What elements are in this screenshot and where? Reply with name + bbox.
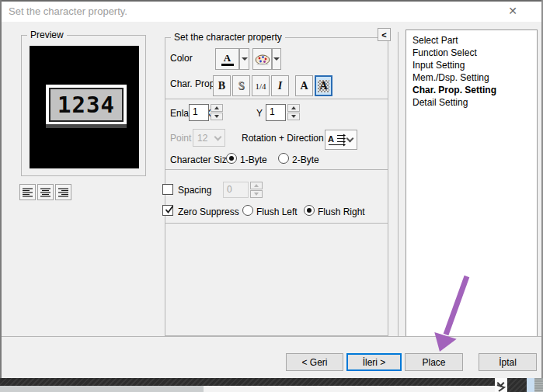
radio-dot [307,208,312,213]
point-label: Point [170,133,191,144]
align-right-button[interactable] [55,184,71,200]
spacing-spinner [250,182,263,198]
character-size-label: Character Size [170,154,231,165]
dropdown-arrow-icon [242,57,248,61]
chevron-left-icon: < [381,30,386,40]
character-property-dialog: Set the character property. ✕ Preview 12… [0,0,543,392]
spin-down-icon [291,115,296,118]
spacing-checkbox[interactable] [162,184,173,195]
normal-style-icon: A [300,80,308,92]
step-input-setting[interactable]: Input Setting [406,59,537,71]
italic-icon: I [278,80,282,92]
spin-down-icon [214,115,219,118]
spin-up-icon [214,106,219,109]
vertical-scrollbar-strip[interactable] [527,378,534,392]
next-button[interactable]: İleri > [346,353,402,371]
section-divider-3 [165,223,388,224]
point-combo: 12 [193,129,225,147]
align-center-button[interactable] [37,184,54,200]
chevron-down-icon [214,133,222,140]
rotation-direction-dropdown[interactable]: A [325,130,357,150]
palette-icon [255,54,270,65]
step-detail-setting[interactable]: Detail Setting [406,96,537,109]
textured-style-icon: A [319,80,327,92]
preview-group: Preview 1234 [21,35,146,176]
footer-divider [0,336,543,337]
step-char-prop-setting[interactable]: Char. Prop. Setting [406,84,537,96]
spin-up-button[interactable] [287,104,300,112]
zero-suppress-label: Zero Suppress [178,206,239,217]
collapse-panel-button[interactable]: < [378,28,391,41]
spin-down-button[interactable] [211,113,223,120]
align-left-button[interactable] [19,184,36,200]
radio-2-byte[interactable] [278,153,289,164]
spin-up-icon [254,184,259,187]
radio-1-byte-label: 1-Byte [240,154,267,165]
font-color-dropdown-arrow[interactable] [239,48,249,70]
color-label: Color [170,53,193,64]
dropdown-arrow-icon [273,57,280,61]
spacing-label: Spacing [178,185,211,196]
section-divider-1 [165,99,388,99]
spacing-input: 0 [223,182,249,198]
font-color-button[interactable]: A [215,48,239,70]
enlarge-x-spinner[interactable] [211,104,223,120]
font-color-icon: A [221,53,234,66]
step-select-part[interactable]: Select Part [406,34,537,47]
step-function-select[interactable]: Function Select [406,47,537,59]
enlarge-y-spinner[interactable] [287,104,300,120]
shadow-button[interactable]: S [232,75,250,96]
shadow-icon: S [238,80,245,92]
place-button[interactable]: Place [405,353,463,371]
align-right-icon [58,188,68,197]
quarter-size-icon: 1/4 [255,82,266,91]
scrollbar-corner [534,378,543,392]
preview-group-label: Preview [27,29,67,40]
cancel-button[interactable]: İptal [479,353,537,371]
char-property-group-label: Set the character property [171,32,285,43]
align-center-icon [40,188,50,197]
textured-style-button-selected[interactable]: A [315,75,332,96]
bold-button[interactable]: B [213,75,231,96]
enlarge-y-input[interactable]: 1 [266,104,286,121]
title-bar: Set the character property. ✕ [0,0,543,22]
text-direction-icon: A [328,133,346,147]
panel-separator [398,32,399,336]
preview-value: 1234 [49,88,124,122]
wizard-step-list: Select Part Function Select Input Settin… [406,29,538,337]
step-mem-dsp-setting[interactable]: Mem./Dsp. Setting [406,71,537,84]
spin-down-button[interactable] [287,113,300,120]
close-icon[interactable]: ✕ [502,2,524,19]
radio-flush-left-label: Flush Left [256,206,298,217]
bold-icon: B [218,80,225,92]
horizontal-scrollbar-thumb[interactable] [0,386,204,392]
cursor-fragment [496,384,506,392]
char-prop-label: Char. Prop. [170,78,218,89]
spin-down-icon [254,193,259,196]
normal-style-button[interactable]: A [295,75,313,96]
radio-flush-left[interactable] [242,205,253,216]
enlarge-x-input[interactable]: 1 [189,104,209,121]
point-value: 12 [197,133,207,144]
palette-dropdown-arrow[interactable] [272,48,281,70]
radio-flush-right[interactable] [304,205,315,216]
rotation-direction-label: Rotation + Direction [242,133,324,144]
spin-up-button [250,182,263,189]
radio-dot [229,156,234,161]
spin-up-icon [291,106,296,109]
window-border-left [0,0,2,378]
svg-text:A: A [328,134,334,144]
enlarge-y-label: Y [256,108,263,119]
preview-canvas: 1234 [30,46,139,168]
quarter-size-button[interactable]: 1/4 [252,75,270,96]
italic-button[interactable]: I [271,75,289,96]
zero-suppress-checkbox[interactable] [162,205,173,216]
back-button[interactable]: < Geri [286,353,343,371]
spin-up-button[interactable] [211,104,223,112]
preview-numeric-display: 1234 [46,85,127,128]
radio-flush-right-label: Flush Right [318,206,365,217]
dialog-title: Set the character property. [9,5,127,17]
checkmark-icon [165,205,174,214]
radio-1-byte[interactable] [226,153,237,164]
palette-button[interactable] [252,48,272,70]
